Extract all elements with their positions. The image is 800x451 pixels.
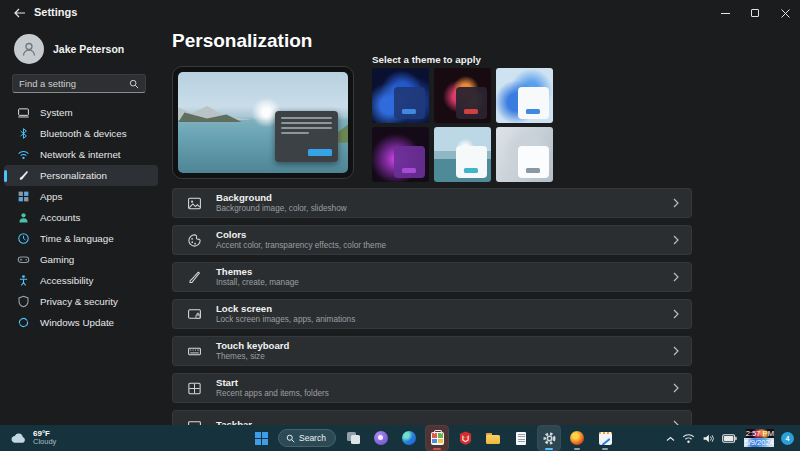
theme-picker-label: Select a theme to apply <box>372 54 481 65</box>
row-taskbar[interactable]: Taskbar <box>172 410 692 425</box>
search-input[interactable] <box>19 78 129 89</box>
bluetooth-icon <box>16 127 30 141</box>
file-explorer-button[interactable] <box>482 426 504 450</box>
firefox-icon <box>570 431 584 445</box>
system-tray: 2:57 PM 5/9/2024 4 <box>666 425 794 451</box>
sidebar-item-apps[interactable]: Apps <box>4 186 158 207</box>
chevron-right-icon <box>673 235 679 245</box>
sidebar-item-windows-update[interactable]: Windows Update <box>4 312 158 333</box>
setup-assistant-button[interactable] <box>594 426 616 450</box>
themes-icon <box>187 270 202 285</box>
microsoft-store-icon <box>431 432 444 445</box>
row-title: Start <box>216 377 329 389</box>
person-icon <box>20 40 38 58</box>
gear-icon <box>542 431 557 446</box>
preview-mock-window <box>275 111 338 162</box>
row-touch-keyboard[interactable]: Touch keyboard Themes, size <box>172 336 692 366</box>
sidebar-item-label: Apps <box>40 191 62 202</box>
microsoft-store-button[interactable] <box>426 426 448 450</box>
taskbar-apps: Search <box>250 425 616 451</box>
clock[interactable]: 2:57 PM 5/9/2024 <box>744 429 774 447</box>
theme-thumbnail-flower-dark[interactable] <box>434 68 491 123</box>
row-title: Lock screen <box>216 303 355 315</box>
sidebar-item-label: Time & language <box>40 233 114 244</box>
theme-thumbnail-windows-light-bloom[interactable] <box>496 68 553 123</box>
back-button[interactable] <box>10 4 30 22</box>
taskbar-icon <box>187 418 202 426</box>
sidebar-item-system[interactable]: System <box>4 102 158 123</box>
settings-rows: Background Background image, color, slid… <box>172 188 692 425</box>
row-background[interactable]: Background Background image, color, slid… <box>172 188 692 218</box>
sidebar-item-label: System <box>40 107 73 118</box>
volume-icon[interactable] <box>702 433 715 444</box>
chevron-right-icon <box>673 198 679 208</box>
firefox-button[interactable] <box>566 426 588 450</box>
search-icon <box>129 79 139 89</box>
accessibility-icon <box>16 274 30 288</box>
sidebar-item-label: Accessibility <box>40 275 93 286</box>
settings-app-button[interactable] <box>538 426 560 450</box>
active-app-indicator <box>545 448 553 450</box>
maximize-button[interactable] <box>740 0 770 26</box>
tray-time: 2:57 PM <box>746 429 774 438</box>
window-title: Settings <box>34 6 77 18</box>
titlebar: Settings <box>0 0 800 26</box>
window-controls <box>710 0 800 26</box>
theme-preview-device <box>172 66 354 179</box>
sidebar-nav: System Bluetooth & devices Network & int… <box>4 102 158 333</box>
start-button[interactable] <box>250 426 272 450</box>
row-start[interactable]: Start Recent apps and items, folders <box>172 373 692 403</box>
notepad-button[interactable] <box>510 426 532 450</box>
mcafee-icon <box>459 431 472 445</box>
edge-button[interactable] <box>398 426 420 450</box>
taskbar-search[interactable]: Search <box>278 429 336 447</box>
mcafee-button[interactable] <box>454 426 476 450</box>
gaming-icon <box>16 253 30 267</box>
theme-thumbnail-gray-swirl[interactable] <box>496 127 553 182</box>
row-themes[interactable]: Themes Install, create, manage <box>172 262 692 292</box>
weather-widget[interactable]: 69°F Cloudy <box>10 427 56 449</box>
minimize-icon <box>721 13 730 14</box>
sidebar-item-privacy-security[interactable]: Privacy & security <box>4 291 158 312</box>
row-title: Touch keyboard <box>216 340 289 352</box>
theme-thumbnail-purple-glow[interactable] <box>372 127 429 182</box>
battery-icon[interactable] <box>722 434 737 443</box>
chat-icon <box>374 431 388 445</box>
sidebar-item-network-internet[interactable]: Network & internet <box>4 144 158 165</box>
sidebar-item-label: Privacy & security <box>40 296 118 307</box>
sidebar-item-label: Gaming <box>40 254 74 265</box>
theme-thumbnail-windows-dark-bloom[interactable] <box>372 68 429 123</box>
tray-overflow-button[interactable] <box>666 435 675 444</box>
open-app-indicator <box>433 448 441 450</box>
close-button[interactable] <box>770 0 800 26</box>
settings-search[interactable] <box>12 74 146 93</box>
row-subtitle: Install, create, manage <box>216 278 299 288</box>
lock-screen-icon <box>187 307 202 322</box>
notification-badge[interactable]: 4 <box>781 432 794 445</box>
search-icon <box>286 434 295 443</box>
sidebar-item-label: Network & internet <box>40 149 121 160</box>
theme-thumbnail-beach-light[interactable] <box>434 127 491 182</box>
minimize-button[interactable] <box>710 0 740 26</box>
sidebar-item-accounts[interactable]: Accounts <box>4 207 158 228</box>
wifi-icon[interactable] <box>682 433 695 444</box>
row-subtitle: Themes, size <box>216 352 289 362</box>
sidebar-item-personalization[interactable]: Personalization <box>4 165 158 186</box>
row-lock-screen[interactable]: Lock screen Lock screen images, apps, an… <box>172 299 692 329</box>
windows-update-icon <box>16 316 30 330</box>
row-colors[interactable]: Colors Accent color, transparency effect… <box>172 225 692 255</box>
settings-window: Settings Jake Pete <box>0 0 800 425</box>
sidebar-item-time-language[interactable]: Time & language <box>4 228 158 249</box>
user-account[interactable]: Jake Peterson <box>14 34 124 64</box>
sidebar-item-gaming[interactable]: Gaming <box>4 249 158 270</box>
chevron-right-icon <box>673 346 679 356</box>
windows-logo-icon <box>255 432 268 445</box>
theme-preview-wallpaper <box>178 72 348 173</box>
sidebar-item-bluetooth-devices[interactable]: Bluetooth & devices <box>4 123 158 144</box>
row-title: Colors <box>216 229 386 241</box>
tray-date: 5/9/2024 <box>744 438 774 447</box>
row-subtitle: Accent color, transparency effects, colo… <box>216 241 386 251</box>
chat-button[interactable] <box>370 426 392 450</box>
task-view-button[interactable] <box>342 426 364 450</box>
sidebar-item-accessibility[interactable]: Accessibility <box>4 270 158 291</box>
